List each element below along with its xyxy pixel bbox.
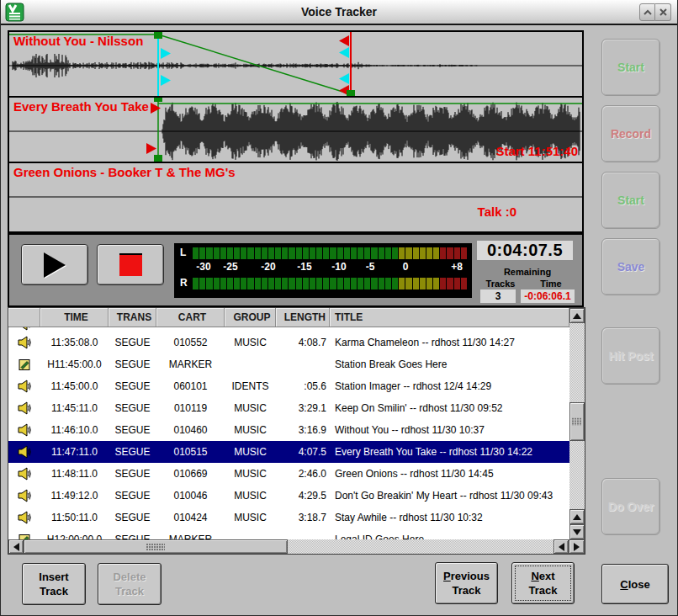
track-2-waveform[interactable]: Every Breath You Take Start 11:51:40 [9,98,582,163]
segue-marker-handle [161,75,171,86]
meter-segment [392,247,398,259]
table-row[interactable]: 11:35:08.0SEGUE010552MUSIC4:08.7Karma Ch… [8,332,569,353]
next-track-label: Next [531,569,554,583]
scroll-left-button[interactable] [8,539,24,554]
meter-segment [296,247,302,259]
start-2-button[interactable]: Start [601,172,660,229]
save-button[interactable]: Save [601,238,660,295]
meter-segment [289,247,294,259]
envelope-node [154,32,162,39]
table-row[interactable]: H11:45:00.0SEGUEMARKERStation Break Goes… [8,353,569,375]
start-1-button[interactable]: Start [601,39,660,96]
previous-track-button[interactable]: Previous Track [435,562,498,604]
delete-track-button[interactable]: Delete Track [98,563,162,605]
table-row[interactable]: 11:45:00.0SEGUE060101IDENTS:05.6Station … [8,375,569,397]
log-table: TIMETRANSCARTGROUPLENGTHTITLE 11:35:08.0… [8,307,585,555]
row-cell: Don't Go Breakin' My Heart -- rdhost 11/… [330,490,569,502]
row-cell: 010552 [156,337,225,348]
column-header-title[interactable]: TITLE [330,308,569,327]
speaker-icon [18,327,32,331]
play-icon [44,252,66,278]
vertical-scrollbar-thumb[interactable] [569,402,585,441]
next-track-button[interactable]: Next Track [511,562,575,604]
hit-post-button[interactable]: Hit Post [601,327,660,385]
record-button[interactable]: Record [601,105,660,162]
horizontal-scrollbar-thumb[interactable] [24,539,288,554]
meter-segment [234,247,240,259]
meter-segment [364,278,370,289]
column-header-time[interactable]: TIME [40,308,109,327]
row-cell: H11:45:00.0 [40,358,109,370]
meter-segment [461,247,467,259]
meter-segment [344,278,350,289]
start-marker-handle [146,143,156,154]
meter-segment [255,278,261,289]
do-over-button[interactable]: Do Over [601,478,660,535]
table-row[interactable]: 11:46:10.0SEGUE010460MUSIC3:16.9Without … [8,419,569,441]
meter-segment [316,278,322,289]
meter-segment [289,278,294,289]
table-row[interactable]: 11:47:11.0SEGUE010515MUSIC4:07.5Every Br… [8,441,569,463]
scroll-left-button-2[interactable] [554,539,569,554]
elapsed-time-display: 0:04:07.5 [477,241,573,260]
meter-segment [268,278,274,289]
scroll-down-button[interactable] [569,524,585,539]
play-button[interactable] [21,244,88,285]
row-cell: 4:07.5 [276,446,330,458]
row-cell: IDENTS [225,380,276,392]
insert-track-button[interactable]: Insert Track [22,563,86,605]
meter-segment [241,247,246,259]
horizontal-scrollbar[interactable] [8,539,585,554]
table-row[interactable]: 11:48:11.0SEGUE010669MUSIC2:46.0Green On… [8,463,569,485]
track-1-waveform[interactable]: Without You - Nilsson [9,32,582,98]
column-header-icon[interactable] [8,308,40,327]
meter-segment [282,247,288,259]
vertical-scrollbar[interactable] [569,308,585,539]
meter-segment [392,278,398,289]
track-3-waveform[interactable]: Green Onions - Booker T & The MG's Talk … [9,163,582,228]
row-cell: 11:47:11.0 [40,446,109,458]
audio-level-meter: L -30-25-20-15-10-50+8 R [174,243,472,298]
close-button[interactable]: Close [601,564,669,604]
meter-tick-label: -5 [366,261,375,273]
row-cell: 010119 [156,402,225,414]
meter-left-label: L [180,247,186,258]
row-cell: MUSIC [225,468,276,480]
column-header-length[interactable]: LENGTH [276,308,330,327]
meter-segment [461,278,467,289]
horizontal-scrollbar-track[interactable] [288,539,554,554]
meter-segment [247,278,253,289]
meter-segment [310,247,315,259]
scroll-right-button[interactable] [569,539,585,554]
stop-button[interactable] [97,244,164,285]
table-row-clipped[interactable] [8,327,569,332]
meter-segment [275,278,281,289]
row-cell: 11:45:00.0 [40,380,109,392]
meter-tick-label: +8 [451,261,463,273]
meter-tick-label: -25 [223,261,237,273]
meter-segment [358,278,363,289]
column-header-group[interactable]: GROUP [225,308,276,327]
insert-track-label: Insert [39,570,68,584]
delete-track-label: Delete [113,570,146,584]
row-cell: 4:29.5 [276,490,330,502]
scroll-up-button-2[interactable] [569,509,585,524]
table-row[interactable]: 11:45:11.0SEGUE010119MUSIC3:29.1Keep On … [8,397,569,419]
column-header-trans[interactable]: TRANS [109,308,156,327]
table-row[interactable]: 11:49:12.0SEGUE010046MUSIC4:29.5Don't Go… [8,485,569,507]
row-cell: SEGUE [109,512,156,523]
meter-segment [303,247,309,259]
scroll-up-button[interactable] [569,308,585,323]
meter-segment [262,247,267,259]
column-header-cart[interactable]: CART [156,308,225,327]
meter-right-bar [193,278,467,289]
table-row[interactable]: 11:50:11.0SEGUE010424MUSIC3:18.7Stay Awh… [8,507,569,528]
shade-window-icon[interactable] [639,3,655,21]
table-row[interactable]: H12:00:00.0SEGUEMARKERLegal ID Goes Here [8,528,569,539]
row-cell: 010460 [156,424,225,436]
window-title: Voice Tracker [1,0,677,24]
speaker-icon [18,380,32,393]
meter-segment [296,278,302,289]
row-cell: SEGUE [109,402,156,414]
close-window-icon[interactable] [655,3,671,21]
